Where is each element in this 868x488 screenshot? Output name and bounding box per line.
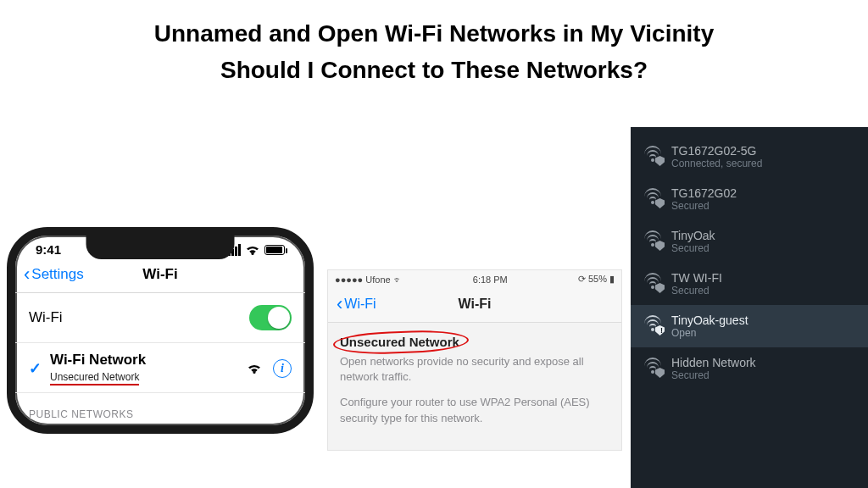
mid-time: 6:18 PM (473, 274, 508, 285)
mid-back-button[interactable]: ‹ Wi-Fi (337, 295, 376, 313)
wifi-network-status: Secured (671, 285, 722, 297)
wifi-network-status: Connected, secured (671, 158, 762, 169)
wifi-secured-icon (644, 230, 661, 247)
page-title-line1: Unnamed and Open Wi-Fi Networks in My Vi… (0, 0, 868, 50)
wifi-network-item[interactable]: TW WI-FISecured (631, 263, 868, 305)
wifi-toggle[interactable] (249, 305, 292, 330)
mid-battery-pct: 55% (588, 274, 607, 284)
wifi-network-item[interactable]: TG1672G02-5GConnected, secured (631, 136, 868, 178)
mid-wifi-icon: ᯤ (393, 274, 403, 285)
wifi-secured-icon (644, 188, 661, 205)
windows-wifi-flyout: TG1672G02-5GConnected, securedTG1672G02S… (631, 127, 868, 488)
connected-network-row[interactable]: ✓ Wi-Fi Network Unsecured Network i (15, 343, 305, 393)
wifi-network-item[interactable]: TinyOakSecured (631, 220, 868, 263)
chevron-left-icon: ‹ (337, 295, 342, 313)
wifi-secured-icon (644, 273, 661, 290)
wifi-network-status: Open (671, 327, 748, 339)
wifi-network-item[interactable]: Hidden NetworkSecured (631, 347, 868, 390)
connected-network-name: Wi-Fi Network (50, 352, 237, 369)
nav-title: Wi-Fi (142, 266, 177, 283)
mid-status-bar: ●●●●● Ufone ᯤ 6:18 PM ⟳ 55% ▮ (328, 270, 621, 288)
nav-bar: ‹ Settings Wi-Fi (15, 260, 305, 293)
status-time: 9:41 (36, 242, 61, 257)
mid-nav-title: Wi-Fi (459, 297, 492, 312)
wifi-network-name: Hidden Network (671, 356, 756, 369)
mid-carrier: Ufone (365, 274, 390, 285)
mid-nav-bar: ‹ Wi-Fi Wi-Fi (328, 288, 621, 323)
iphone-notch (86, 236, 235, 259)
page-title-line2: Should I Connect to These Networks? (0, 57, 868, 84)
battery-icon (264, 245, 285, 255)
checkmark-icon: ✓ (29, 359, 42, 378)
public-networks-header: PUBLIC NETWORKS (15, 393, 305, 425)
mid-back-label: Wi-Fi (344, 297, 376, 312)
chevron-left-icon: ‹ (24, 265, 30, 284)
wifi-network-item[interactable]: !TinyOak-guestOpen (631, 305, 868, 347)
wifi-network-item[interactable]: TG1672G02Secured (631, 178, 868, 220)
info-icon[interactable]: i (273, 359, 292, 378)
mid-signal-dots: ●●●●● (335, 274, 363, 285)
wifi-icon (244, 243, 261, 257)
wifi-signal-icon (246, 362, 263, 375)
wifi-network-name: TinyOak (671, 229, 715, 242)
mid-paragraph-1: Open networks provide no security and ex… (340, 354, 609, 385)
wifi-open-icon: ! (644, 315, 661, 332)
wifi-network-status: Secured (671, 369, 756, 381)
wifi-network-name: TG1672G02 (671, 186, 737, 200)
wifi-toggle-row[interactable]: Wi-Fi (15, 293, 305, 343)
wifi-row-label: Wi-Fi (29, 309, 63, 326)
wifi-network-name: TinyOak-guest (671, 313, 748, 327)
ios-detail-screenshot: ●●●●● Ufone ᯤ 6:18 PM ⟳ 55% ▮ ‹ Wi-Fi Wi… (327, 269, 622, 451)
mid-paragraph-2: Configure your router to use WPA2 Person… (340, 395, 609, 425)
wifi-network-status: Secured (671, 200, 737, 212)
connected-network-sub: Unsecured Network (50, 371, 139, 385)
unsecured-network-header: Unsecured Network (340, 335, 459, 349)
mid-sync-icon: ⟳ (578, 274, 588, 284)
mid-battery-icon: ▮ (609, 274, 615, 284)
iphone-screenshot: 9:41 ‹ Settings Wi-Fi Wi-Fi ✓ Wi-Fi Netw… (7, 227, 314, 488)
wifi-network-name: TG1672G02-5G (671, 144, 762, 158)
wifi-network-status: Secured (671, 242, 715, 254)
back-label: Settings (31, 266, 83, 283)
back-button[interactable]: ‹ Settings (24, 265, 84, 284)
wifi-network-name: TW WI-FI (671, 271, 722, 285)
wifi-secured-icon (644, 358, 661, 374)
wifi-secured-icon (644, 146, 661, 163)
